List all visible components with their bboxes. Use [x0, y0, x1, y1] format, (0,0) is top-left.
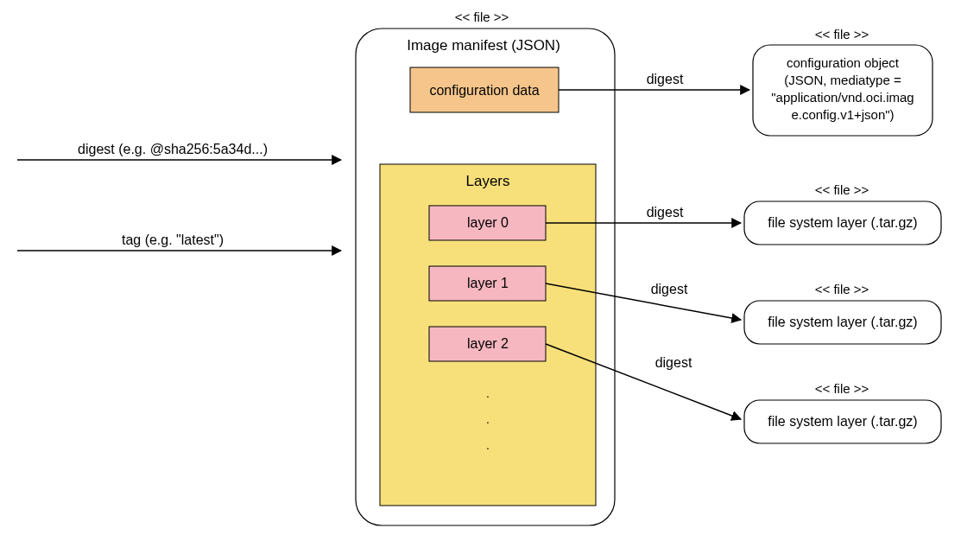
layers-ellipsis-2: .: [486, 412, 490, 426]
config-object-line3: "application/vnd.oci.imag: [771, 90, 914, 105]
fs-layer-0-label: file system layer (.tar.gz): [768, 215, 917, 230]
layers-title: Layers: [465, 173, 509, 189]
edge-label-config: digest: [647, 72, 684, 86]
edge-label-layer1: digest: [651, 282, 688, 296]
fs-layer-2-label: file system layer (.tar.gz): [768, 414, 917, 429]
layer-label-1: layer 1: [467, 276, 509, 290]
fs-layer-1-label: file system layer (.tar.gz): [768, 315, 917, 329]
layer-label-2: layer 2: [467, 336, 509, 351]
manifest-stereotype: << file >>: [455, 10, 509, 24]
layers-ellipsis-3: .: [486, 438, 490, 452]
layer-label-0: layer 0: [467, 215, 509, 230]
fs-layer-1-stereotype: << file >>: [815, 282, 869, 296]
edge-label-layer2: digest: [655, 355, 692, 370]
incoming-digest-label: digest (e.g. @sha256:5a34d...): [78, 142, 268, 156]
image-manifest-title: Image manifest (JSON): [407, 37, 560, 54]
edge-label-layer0: digest: [647, 205, 684, 220]
diagram-canvas: << file >> Image manifest (JSON) configu…: [0, 0, 980, 541]
config-object-line2: (JSON, mediatype =: [784, 73, 901, 87]
config-object-line1: configuration object: [787, 55, 900, 70]
config-object-line4: e.config.v1+json"): [791, 107, 894, 122]
fs-layer-2-stereotype: << file >>: [815, 381, 869, 396]
config-object-stereotype: << file >>: [815, 27, 869, 41]
configuration-data-label: configuration data: [429, 83, 539, 98]
fs-layer-0-stereotype: << file >>: [815, 182, 869, 197]
layers-ellipsis-1: .: [486, 386, 490, 400]
incoming-tag-label: tag (e.g. "latest"): [122, 232, 224, 247]
